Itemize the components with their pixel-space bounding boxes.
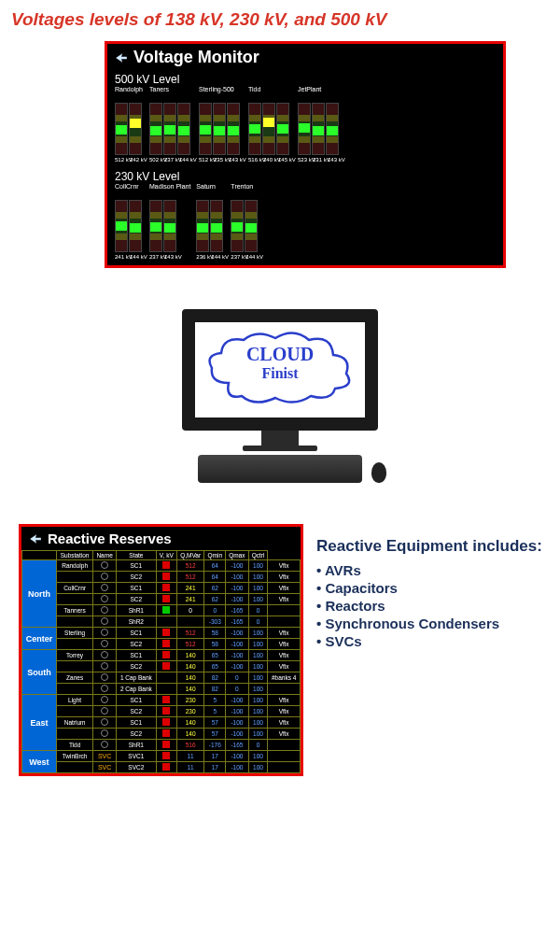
voltage-cell: 241 [176,583,204,594]
qmax-cell: 100 [248,572,268,583]
bar-indicator [245,223,257,233]
state-cell[interactable] [156,695,176,706]
substation-cell: Light [56,695,92,706]
voltage-bar[interactable] [213,103,226,155]
qctrl-cell: Vfix [268,572,301,583]
qctrl-cell: Vfix [268,560,301,572]
state-cell[interactable] [156,740,176,751]
state-cell[interactable] [156,650,176,661]
symbol-cell [93,695,117,706]
q-cell: 17 [204,762,226,773]
qctrl-cell: Vfix [268,583,301,594]
table-row: SC251258-100100Vfix [22,639,301,650]
bar-indicator [327,126,338,135]
bar-reading: 231 kV [313,157,327,163]
q-cell: 65 [204,650,226,661]
voltage-bar[interactable] [177,103,190,155]
voltage-bar[interactable] [245,200,258,252]
symbol-cell [93,684,117,695]
voltage-bar[interactable] [276,103,289,155]
bar-indicator [130,223,141,233]
station-name: Trenton [231,183,259,198]
qmin-cell: -100 [226,594,249,605]
state-cell[interactable] [156,661,176,672]
qmin-cell: -100 [226,762,249,773]
voltage-bar[interactable] [115,200,128,252]
state-cell[interactable] [156,639,176,650]
state-cell[interactable] [156,594,176,605]
state-cell[interactable] [156,762,176,773]
qmin-cell: -100 [226,650,249,661]
voltage-bar[interactable] [163,200,176,252]
state-cell[interactable] [156,672,176,684]
svc-icon: SVC [98,764,111,771]
state-cell[interactable] [156,560,176,572]
qctrl-cell: Vfix [268,729,301,740]
name-cell: SC1 [116,695,156,706]
table-row: SC22305-100100Vfix [22,706,301,717]
bar-reading: 145 kV [278,157,292,163]
level-title: 230 kV Level [107,168,503,183]
state-cell[interactable] [156,684,176,695]
equipment-item: Reactors [316,597,560,615]
state-cell[interactable] [156,706,176,717]
voltage-bar[interactable] [129,200,142,252]
station-readings: 512 kV235 kV143 kV [199,157,243,163]
voltage-bar[interactable] [262,103,275,155]
state-indicator-icon [162,573,170,580]
state-cell[interactable] [156,605,176,616]
voltage-bar[interactable] [227,103,240,155]
q-cell: 65 [204,661,226,672]
qctrl-cell: Vfix [268,706,301,717]
qctrl-cell [268,684,301,695]
station-name: Madison Plant [149,183,190,198]
voltage-bar[interactable] [115,103,128,155]
voltage-bar[interactable] [231,200,244,252]
bar-reading: 144 kV [130,254,144,260]
station-bars [115,103,144,155]
voltage-bar[interactable] [248,103,261,155]
substation-cell [56,639,92,650]
voltage-bar[interactable] [326,103,339,155]
qctrl-cell [268,605,301,616]
symbol-cell [93,605,117,616]
page-title: Voltages levels of 138 kV, 230 kV, and 5… [0,0,560,35]
substation-cell: Tidd [56,740,92,751]
bar-indicator [211,223,222,233]
voltage-bar[interactable] [129,103,142,155]
device-icon [101,617,108,625]
state-cell[interactable] [156,729,176,740]
substation-cell [56,572,92,583]
station: Madison Plant237 kV143 kV [149,183,190,260]
voltage-bar[interactable] [210,200,223,252]
state-cell[interactable] [156,572,176,583]
station-name: Randolph [115,86,144,101]
state-cell[interactable] [156,717,176,729]
voltage-bar[interactable] [312,103,325,155]
svc-icon: SVC [98,753,111,759]
substation-cell [56,706,92,717]
station-readings: 237 kV144 kV [231,254,259,260]
voltage-bar[interactable] [149,200,162,252]
voltage-bar[interactable] [149,103,162,155]
qmax-cell: 100 [248,560,268,572]
state-cell[interactable] [156,628,176,639]
voltage-bar[interactable] [298,103,311,155]
symbol-cell [93,661,117,672]
q-cell: 57 [204,717,226,729]
table-row: SC214065-100100Vfix [22,661,301,672]
voltage-bar[interactable] [163,103,176,155]
state-cell[interactable] [156,616,176,628]
state-indicator-icon [162,741,170,748]
table-row: 2 Cap Bank140820100 [22,684,301,695]
state-cell[interactable] [156,751,176,762]
voltage-cell: 140 [176,650,204,661]
station-readings: 502 kV237 kV144 kV [149,157,193,163]
voltage-bar[interactable] [196,200,209,252]
table-row: ShR2-303-1650 [22,616,301,628]
voltage-bar[interactable] [199,103,212,155]
bar-indicator [150,126,161,135]
voltage-cell: 241 [176,594,204,605]
state-cell[interactable] [156,583,176,594]
station-name: Taners [149,86,193,101]
